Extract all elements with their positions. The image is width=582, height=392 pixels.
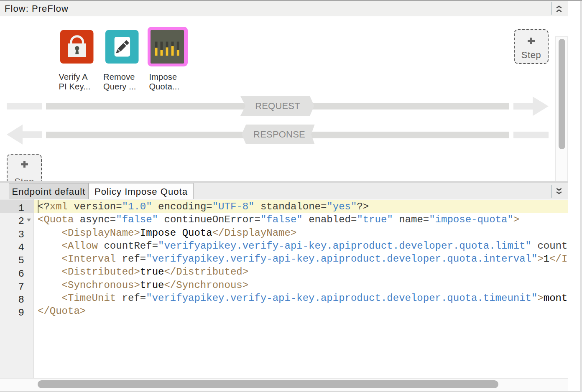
svg-text:RESPONSE: RESPONSE xyxy=(253,129,305,139)
svg-text:REQUEST: REQUEST xyxy=(255,101,300,111)
